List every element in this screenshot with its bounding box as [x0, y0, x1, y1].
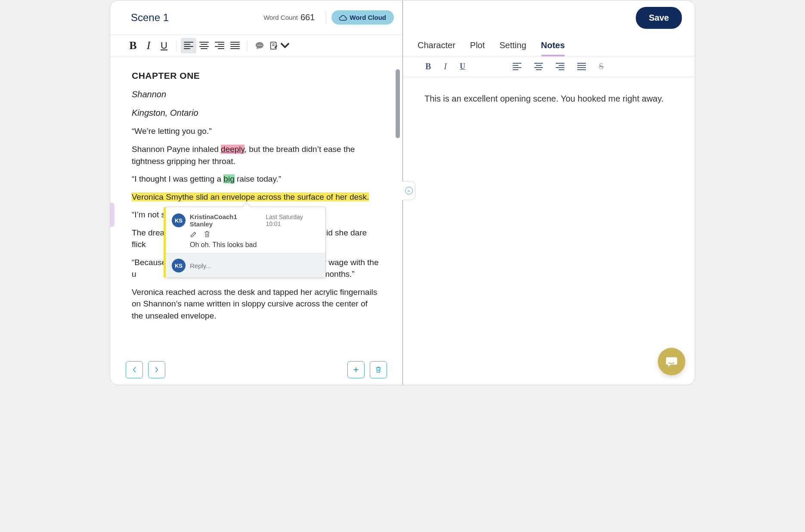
highlight-green[interactable]: big — [223, 174, 234, 183]
toolbar-separator — [176, 40, 176, 52]
highlight-yellow[interactable]: Veronica Smythe slid an envelope across … — [132, 192, 369, 201]
collapse-sidebar-button[interactable]: » — [402, 181, 415, 200]
paragraph: “We’re letting you go.” — [132, 125, 381, 137]
notes-underline-button[interactable]: U — [460, 62, 465, 71]
svg-point-1 — [259, 44, 260, 45]
delete-scene-button[interactable] — [370, 361, 387, 378]
comment-reply-row: KS — [166, 253, 325, 278]
align-left-button[interactable] — [181, 38, 196, 53]
commenter-avatar: KS — [172, 213, 186, 227]
help-chat-button[interactable] — [658, 348, 685, 375]
plus-icon — [353, 366, 359, 373]
notes-toolbar: B I U S — [403, 56, 695, 77]
prev-scene-button[interactable] — [126, 361, 143, 378]
comment-text: Oh oh. This looks bad — [172, 241, 319, 249]
chevron-right-icon — [154, 367, 160, 373]
paragraph: “I thought I was getting a big raise tod… — [132, 173, 381, 185]
notes-align-left-button[interactable] — [513, 62, 521, 71]
tab-character[interactable]: Character — [418, 35, 455, 56]
trash-icon — [375, 366, 382, 374]
editor-footer — [110, 355, 402, 385]
notes-align-right-button[interactable] — [556, 62, 564, 71]
word-cloud-label: Word Cloud — [350, 14, 386, 21]
commenter-name: KristinaCoach1 Stanley — [190, 213, 262, 228]
header-divider — [326, 12, 326, 24]
word-count-label: Word Count — [263, 14, 298, 21]
notes-dropdown-button[interactable] — [267, 38, 291, 53]
editor-header: Scene 1 Word Count 661 Word Cloud — [110, 0, 402, 35]
notes-align-justify-button[interactable] — [577, 62, 586, 71]
underline-button[interactable]: U — [156, 38, 172, 53]
notes-strikethrough-button[interactable]: S — [599, 62, 604, 71]
app-window: Scene 1 Word Count 661 Word Cloud B I U — [110, 0, 695, 385]
notes-align-center-button[interactable] — [534, 62, 543, 71]
paragraph: Veronica Smythe slid an envelope across … — [132, 191, 381, 203]
save-button[interactable]: Save — [636, 7, 682, 29]
chevron-left-icon — [131, 367, 137, 373]
right-tabs: Character Plot Setting Notes — [403, 35, 695, 56]
word-count-value: 661 — [300, 12, 315, 22]
character-name-line: Shannon — [132, 88, 381, 101]
comment-color-bar — [164, 207, 166, 278]
editor-scroll-area[interactable]: CHAPTER ONE Shannon Kingston, Ontario “W… — [110, 56, 402, 355]
word-count: Word Count 661 — [263, 12, 315, 22]
cloud-icon — [339, 15, 347, 21]
tab-setting[interactable]: Setting — [499, 35, 526, 56]
chevron-down-icon — [280, 41, 290, 50]
editor-pane: Scene 1 Word Count 661 Word Cloud B I U — [110, 0, 403, 385]
pencil-icon — [190, 230, 198, 238]
right-header: Save — [403, 0, 695, 35]
chapter-heading: CHAPTER ONE — [132, 69, 381, 82]
bold-button[interactable]: B — [125, 38, 141, 53]
notes-bold-button[interactable]: B — [425, 62, 431, 71]
highlight-pink[interactable]: deeply — [221, 145, 245, 154]
notes-pane: Save Character Plot Setting Notes B I U … — [403, 0, 695, 385]
align-right-button[interactable] — [212, 38, 227, 53]
word-cloud-button[interactable]: Word Cloud — [331, 10, 394, 25]
location-line: Kingston, Ontario — [132, 107, 381, 119]
note-edit-icon — [269, 41, 279, 50]
editor-content[interactable]: CHAPTER ONE Shannon Kingston, Ontario “W… — [110, 56, 402, 355]
chat-icon — [665, 355, 678, 368]
comment-popover: KS KristinaCoach1 Stanley Last Saturday … — [165, 207, 326, 278]
paragraph: Veronica reached across the desk and tap… — [132, 286, 381, 322]
notes-text: This is an excellent opening scene. You … — [424, 92, 673, 105]
notes-editor[interactable]: This is an excellent opening scene. You … — [403, 77, 695, 385]
svg-point-2 — [261, 44, 262, 45]
editor-toolbar: B I U — [110, 35, 402, 56]
notes-italic-button[interactable]: I — [444, 62, 447, 71]
svg-point-0 — [257, 44, 258, 45]
align-center-button[interactable] — [196, 38, 212, 53]
align-justify-button[interactable] — [227, 38, 243, 53]
comment-button[interactable] — [252, 38, 267, 53]
next-scene-button[interactable] — [148, 361, 165, 378]
add-scene-button[interactable] — [347, 361, 365, 378]
scene-title: Scene 1 — [119, 12, 263, 24]
comment-header: KS KristinaCoach1 Stanley Last Saturday … — [172, 213, 319, 228]
reply-input[interactable] — [190, 262, 319, 269]
double-chevron-right-icon: » — [405, 187, 413, 195]
tab-notes[interactable]: Notes — [541, 35, 565, 56]
speech-bubble-icon — [255, 41, 264, 50]
tab-plot[interactable]: Plot — [470, 35, 485, 56]
comment-timestamp: Last Saturday 10:01 — [266, 213, 319, 227]
trash-icon — [204, 230, 211, 238]
delete-comment-button[interactable] — [204, 230, 211, 239]
edit-comment-button[interactable] — [190, 230, 198, 239]
italic-button[interactable]: I — [141, 38, 156, 53]
toolbar-separator — [247, 40, 248, 52]
paragraph: Shannon Payne inhaled deeply, but the br… — [132, 143, 381, 167]
reply-avatar: KS — [172, 259, 186, 272]
